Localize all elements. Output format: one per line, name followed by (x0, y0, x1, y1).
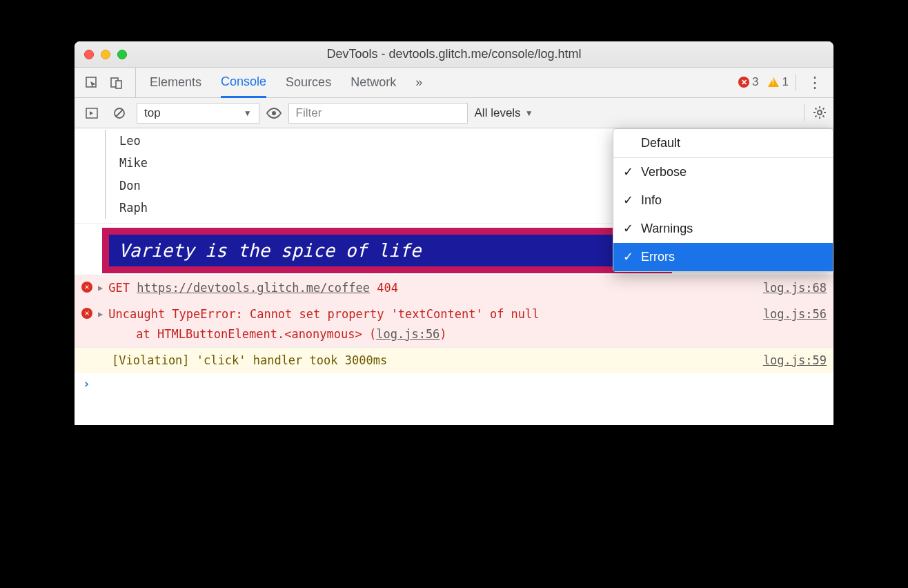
menu-item-default[interactable]: Default (613, 129, 833, 157)
styled-log-text: Variety is the spice of life (109, 235, 665, 266)
warning-count: 1 (782, 75, 789, 89)
filter-input[interactable] (288, 103, 468, 124)
source-link[interactable]: log.js:68 (763, 278, 827, 298)
console-error-row[interactable]: ✕ ▶ Uncaught TypeError: Cannot set prope… (75, 301, 833, 347)
svg-line-5 (116, 110, 123, 117)
request-url[interactable]: https://devtools.glitch.me/coffee (137, 281, 370, 295)
error-count: 3 (752, 75, 758, 89)
live-expression-icon[interactable] (266, 108, 282, 119)
violation-message: [Violation] 'click' handler took 3000ms (112, 351, 758, 371)
issue-counts[interactable]: ✕ 3 1 (738, 74, 796, 92)
error-icon: ✕ (81, 308, 92, 319)
tab-console[interactable]: Console (221, 68, 266, 98)
window-title: DevTools - devtools.glitch.me/console/lo… (75, 47, 833, 61)
zoom-button[interactable] (117, 50, 127, 59)
status-code: 404 (377, 281, 398, 295)
log-levels-button[interactable]: All levels ▼ (475, 106, 533, 120)
error-message: Uncaught TypeError: Cannot set property … (108, 304, 758, 344)
menu-item-warnings[interactable]: Warnings (613, 215, 833, 243)
log-levels-label: All levels (475, 106, 521, 120)
tab-overflow-icon[interactable]: » (415, 68, 422, 97)
chevron-down-icon: ▼ (525, 108, 533, 118)
source-link[interactable]: log.js:56 (763, 304, 827, 324)
menu-item-info[interactable]: Info (613, 186, 833, 215)
inspect-element-icon[interactable] (81, 72, 102, 93)
svg-point-7 (818, 110, 822, 115)
console-violation-row[interactable]: [Violation] 'click' handler took 3000ms … (75, 347, 833, 373)
error-message: GET https://devtools.glitch.me/coffee 40… (108, 278, 758, 298)
svg-point-6 (272, 111, 276, 115)
expand-icon[interactable]: ▶ (98, 307, 103, 321)
menu-item-errors[interactable]: Errors (613, 243, 833, 271)
console-output: Leo Mike Don Raph Variety is the spice o… (75, 128, 833, 425)
close-button[interactable] (84, 50, 94, 59)
chevron-down-icon: ▼ (244, 108, 252, 118)
menu-item-verbose[interactable]: Verbose (613, 158, 833, 186)
error-icon: ✕ (738, 77, 749, 88)
console-toolbar: top ▼ All levels ▼ (75, 98, 833, 128)
styled-log-message: Variety is the spice of life (102, 228, 672, 273)
console-prompt[interactable]: › (75, 373, 833, 393)
context-selector[interactable]: top ▼ (137, 103, 259, 124)
error-icon: ✕ (81, 282, 92, 293)
source-link[interactable]: log.js:59 (763, 351, 827, 371)
window-controls (75, 50, 127, 59)
svg-rect-2 (116, 81, 121, 88)
more-menu-icon[interactable]: ⋮ (803, 74, 827, 92)
source-link[interactable]: log.js:56 (376, 327, 440, 341)
settings-icon[interactable] (804, 104, 827, 122)
clear-console-icon[interactable] (109, 103, 130, 124)
minimize-button[interactable] (101, 50, 110, 59)
log-levels-menu: Default Verbose Info Warnings Errors (613, 128, 833, 272)
devtools-window: DevTools - devtools.glitch.me/console/lo… (75, 41, 833, 425)
warning-icon (768, 77, 779, 87)
expand-icon[interactable]: ▶ (98, 281, 103, 295)
tab-sources[interactable]: Sources (286, 68, 331, 97)
console-error-row[interactable]: ✕ ▶ GET https://devtools.glitch.me/coffe… (75, 275, 833, 301)
tab-elements[interactable]: Elements (150, 68, 201, 97)
stack-trace: at HTMLButtonElement.<anonymous> (log.js… (108, 324, 758, 344)
tab-network[interactable]: Network (351, 68, 396, 97)
toggle-device-icon[interactable] (106, 72, 127, 93)
context-value: top (144, 106, 161, 120)
main-tabs-row: Elements Console Sources Network » ✕ 3 1… (75, 68, 833, 98)
toggle-sidebar-icon[interactable] (81, 103, 102, 124)
titlebar: DevTools - devtools.glitch.me/console/lo… (75, 41, 833, 68)
